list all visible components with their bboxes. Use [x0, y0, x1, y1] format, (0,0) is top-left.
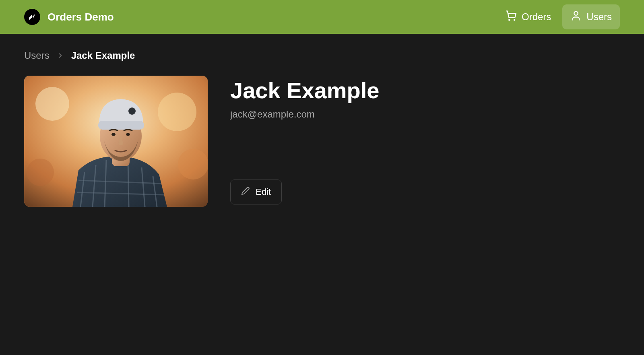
- brand[interactable]: Orders Demo: [24, 9, 114, 25]
- profile-email: jack@example.com: [230, 109, 379, 120]
- profile-avatar: [24, 76, 208, 207]
- nav-label-orders: Orders: [522, 11, 551, 23]
- nav-item-orders[interactable]: Orders: [497, 4, 559, 29]
- nav-item-users[interactable]: Users: [562, 4, 620, 29]
- svg-point-7: [27, 159, 54, 186]
- svg-point-0: [509, 19, 510, 20]
- user-icon: [570, 10, 582, 24]
- profile-name: Jack Example: [230, 78, 379, 103]
- svg-point-12: [111, 133, 116, 136]
- brand-logo-icon: [24, 9, 40, 25]
- svg-point-1: [514, 19, 515, 20]
- svg-rect-10: [98, 121, 144, 130]
- brand-title: Orders Demo: [47, 11, 114, 23]
- profile-details: Jack Example jack@example.com Edit: [230, 76, 379, 207]
- main-nav: Orders Users: [497, 4, 620, 29]
- app-header: Orders Demo Orders Users: [0, 0, 644, 34]
- chevron-right-icon: [57, 52, 64, 59]
- svg-point-6: [178, 149, 208, 180]
- pencil-icon: [241, 186, 250, 198]
- breadcrumb: Users Jack Example: [24, 50, 620, 61]
- nav-label-users: Users: [586, 11, 612, 23]
- cart-icon: [506, 10, 517, 24]
- profile-container: Jack Example jack@example.com Edit: [24, 76, 620, 207]
- breadcrumb-current: Jack Example: [71, 50, 135, 61]
- edit-button-label: Edit: [256, 187, 271, 197]
- svg-point-13: [126, 133, 130, 136]
- breadcrumb-parent-link[interactable]: Users: [24, 50, 50, 61]
- main-content: Users Jack Example: [0, 34, 644, 223]
- svg-point-4: [35, 87, 69, 121]
- svg-point-5: [158, 93, 196, 131]
- edit-button[interactable]: Edit: [230, 180, 282, 204]
- svg-point-11: [128, 107, 136, 115]
- svg-point-2: [574, 12, 578, 15]
